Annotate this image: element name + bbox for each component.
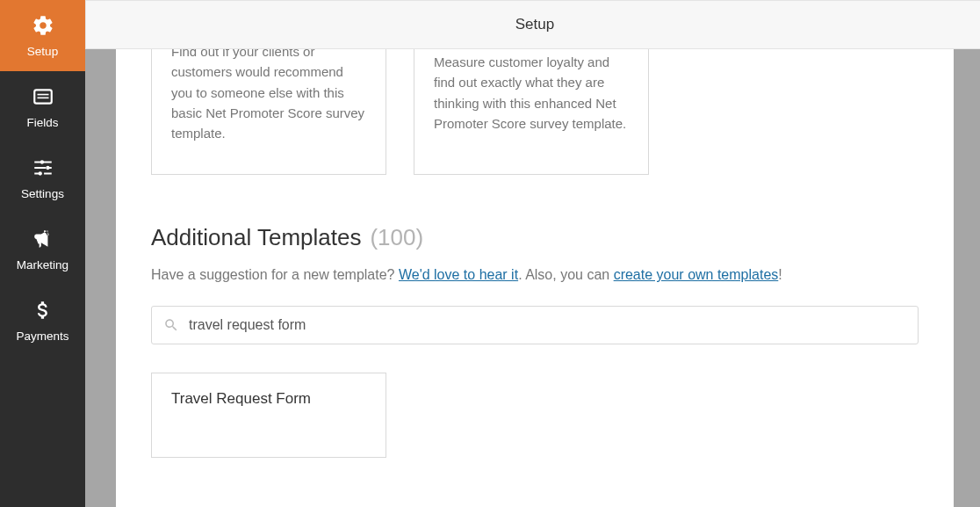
section-subtitle: Have a suggestion for a new template? We… <box>151 267 919 283</box>
sidebar-item-label: Settings <box>21 187 64 200</box>
sidebar-item-setup[interactable]: Setup <box>0 0 85 71</box>
topbar: Setup <box>85 0 980 49</box>
sliders-icon <box>32 156 54 182</box>
create-own-link[interactable]: create your own templates <box>614 267 779 282</box>
suggestion-link[interactable]: We'd love to hear it <box>399 267 518 282</box>
card-icon <box>32 85 54 111</box>
gutter-right <box>954 49 980 507</box>
template-card[interactable]: Measure customer loyalty and find out ex… <box>414 49 649 175</box>
content: Find out if your clients or customers wo… <box>116 49 954 507</box>
sidebar-item-label: Marketing <box>17 258 68 272</box>
sidebar-item-label: Setup <box>27 45 58 58</box>
sidebar-item-settings[interactable]: Settings <box>0 142 85 214</box>
sub-text: . Also, you can <box>518 267 614 282</box>
dollar-icon <box>32 299 54 324</box>
result-card-title: Travel Request Form <box>171 390 311 408</box>
gutter-left <box>85 49 116 507</box>
svg-point-3 <box>40 160 43 163</box>
template-search-input[interactable] <box>151 306 919 344</box>
bullhorn-icon <box>32 228 54 253</box>
additional-templates-heading: Additional Templates <box>151 224 361 251</box>
svg-rect-1 <box>37 93 48 95</box>
template-result-card[interactable]: Travel Request Form <box>151 373 386 458</box>
template-card[interactable]: Find out if your clients or customers wo… <box>151 49 386 175</box>
search-container <box>151 306 919 344</box>
template-cards-row: Find out if your clients or customers wo… <box>151 49 919 175</box>
gear-icon <box>32 14 54 40</box>
svg-rect-0 <box>34 90 52 103</box>
svg-point-4 <box>46 165 49 169</box>
template-card-description: Measure customer loyalty and find out ex… <box>434 52 629 134</box>
svg-rect-2 <box>37 97 48 98</box>
sidebar-item-marketing[interactable]: Marketing <box>0 214 85 285</box>
sidebar-item-fields[interactable]: Fields <box>0 71 85 142</box>
sub-text: Have a suggestion for a new template? <box>151 267 399 282</box>
svg-point-5 <box>38 171 41 175</box>
section-title: Additional Templates (100) <box>151 224 919 251</box>
template-card-description: Find out if your clients or customers wo… <box>171 49 366 143</box>
content-wrapper: Find out if your clients or customers wo… <box>85 49 980 507</box>
templates-count: (100) <box>370 224 423 251</box>
sidebar-item-label: Payments <box>16 330 68 343</box>
sub-text: ! <box>778 267 782 282</box>
sidebar-item-payments[interactable]: Payments <box>0 285 85 356</box>
sidebar-item-label: Fields <box>26 116 58 129</box>
main: Setup Find out if your clients or custom… <box>85 0 980 507</box>
sidebar: Setup Fields Settings Marketing Payments <box>0 0 85 507</box>
page-title: Setup <box>515 16 554 33</box>
